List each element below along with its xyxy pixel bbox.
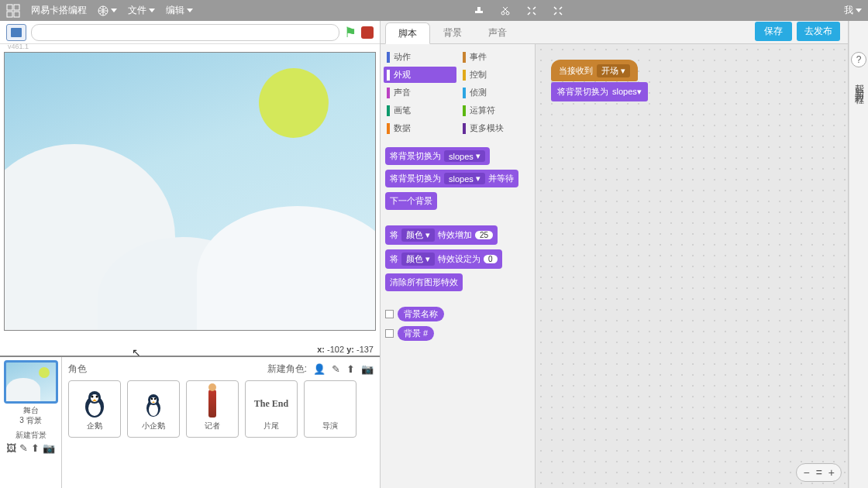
stage-thumb-label: 舞台3 背景 [19, 405, 41, 425]
new-backdrop-label: 新建背景 [16, 430, 46, 441]
scissors-icon[interactable] [499, 5, 512, 17]
cat-operators[interactable]: 运算符 [460, 102, 532, 119]
zoom-controls: − = + [796, 463, 842, 482]
help-sidebar: ? 帮助与教程 [849, 21, 868, 488]
cursor-icon: ↖ [132, 346, 141, 359]
sprite-item-penguin[interactable]: 企鹅 [68, 380, 121, 438]
hat-when-receive[interactable]: 当接收到开场▾ [551, 60, 638, 81]
cat-sound[interactable]: 声音 [384, 84, 456, 101]
svg-point-20 [154, 398, 156, 400]
svg-rect-7 [11, 28, 22, 37]
cat-motion[interactable]: 动作 [384, 49, 456, 65]
svg-point-6 [506, 12, 509, 15]
svg-point-19 [151, 398, 153, 400]
zoom-out-icon[interactable]: − [803, 466, 809, 479]
block-next-backdrop[interactable]: 下一个背景 [385, 192, 437, 210]
globe-icon[interactable] [98, 5, 117, 16]
cat-sensing[interactable]: 侦测 [460, 84, 532, 101]
brand-label[interactable]: 网易卡搭编程 [31, 4, 87, 17]
fullscreen-button[interactable] [6, 24, 26, 41]
tab-sounds[interactable]: 声音 [475, 22, 520, 43]
backdrop-upload-icon[interactable]: ⬆ [31, 442, 40, 454]
menu-edit[interactable]: 编辑 [166, 4, 193, 17]
block-palette: 动作 事件 外观 控制 声音 侦测 画笔 运算符 数据 更多模块 将背景切换为s… [381, 44, 536, 488]
cat-more[interactable]: 更多模块 [460, 120, 532, 136]
cat-pen[interactable]: 画笔 [384, 102, 456, 119]
save-button[interactable]: 保存 [755, 22, 792, 41]
stop-icon[interactable] [361, 26, 374, 39]
script-stack[interactable]: 当接收到开场▾ 将背景切换为slopes▾ [551, 60, 648, 101]
version-label: v461.1 [8, 43, 388, 50]
tab-scripts[interactable]: 脚本 [385, 22, 430, 44]
block-backdrop-num[interactable]: 背景 # [398, 326, 434, 341]
publish-button[interactable]: 去发布 [797, 22, 840, 41]
logo-icon [6, 4, 20, 18]
zoom-reset-icon[interactable]: = [816, 466, 822, 479]
project-title-input[interactable] [31, 24, 339, 41]
help-icon[interactable]: ? [851, 52, 866, 67]
sprite-library-icon[interactable]: 👤 [313, 363, 326, 375]
stage-header: ⚑ [0, 21, 380, 44]
shrink-icon[interactable] [552, 5, 564, 17]
stack-switch-backdrop[interactable]: 将背景切换为slopes▾ [551, 82, 648, 101]
svg-point-16 [149, 404, 158, 416]
sprite-item-ending[interactable]: The End 片尾 [245, 380, 298, 438]
stamp-icon[interactable] [473, 5, 485, 17]
sprite-item-director[interactable]: 导演 [304, 380, 356, 438]
grow-icon[interactable] [525, 5, 538, 17]
cat-events[interactable]: 事件 [460, 49, 532, 65]
help-text[interactable]: 帮助与教程 [852, 77, 866, 92]
svg-rect-0 [7, 5, 12, 10]
cat-control[interactable]: 控制 [460, 67, 532, 83]
sprite-camera-icon[interactable]: 📷 [361, 363, 374, 375]
block-change-effect[interactable]: 将颜色▾特效增加25 [385, 225, 498, 245]
green-flag-icon[interactable]: ⚑ [344, 24, 356, 41]
backdrop-paint-icon[interactable]: ✎ [19, 442, 28, 454]
sprite-paint-icon[interactable]: ✎ [332, 363, 340, 375]
new-sprite-label: 新建角色: [267, 363, 307, 376]
reporter-check-bgnum[interactable] [385, 329, 394, 338]
sprite-item-reporter[interactable]: 记者 [186, 380, 239, 438]
script-canvas[interactable]: 当接收到开场▾ 将背景切换为slopes▾ − = + [536, 44, 848, 488]
svg-rect-1 [14, 5, 19, 10]
zoom-in-icon[interactable]: + [828, 466, 835, 479]
block-switch-backdrop-wait[interactable]: 将背景切换为slopes▾并等待 [385, 170, 518, 187]
svg-rect-3 [14, 12, 19, 17]
block-set-effect[interactable]: 将颜色▾特效设定为0 [385, 249, 502, 269]
block-clear-effects[interactable]: 清除所有图形特效 [385, 273, 463, 291]
backdrop-library-icon[interactable]: 🖼 [6, 442, 16, 454]
stage-canvas[interactable] [4, 52, 376, 331]
mouse-coords: x: -102 y: -137 [317, 345, 374, 354]
sprite-item-small-penguin[interactable]: 小企鹅 [127, 380, 180, 438]
cat-looks[interactable]: 外观 [384, 67, 456, 83]
sprites-title: 角色 [68, 363, 87, 376]
menu-file[interactable]: 文件 [128, 4, 155, 17]
svg-point-13 [96, 396, 98, 398]
sprite-upload-icon[interactable]: ⬆ [346, 363, 355, 375]
reporter-check-bgname[interactable] [385, 310, 394, 318]
menu-user[interactable]: 我 [844, 4, 862, 17]
stage-thumbnail[interactable] [4, 360, 58, 404]
block-backdrop-name[interactable]: 背景名称 [398, 307, 444, 321]
svg-rect-2 [7, 12, 12, 17]
tab-backdrops[interactable]: 背景 [430, 22, 475, 43]
svg-point-5 [501, 12, 505, 15]
cat-data[interactable]: 数据 [384, 120, 456, 136]
svg-point-12 [91, 396, 94, 398]
block-switch-backdrop[interactable]: 将背景切换为slopes▾ [385, 147, 490, 165]
top-menu-bar: 网易卡搭编程 文件 编辑 我 [0, 0, 868, 21]
backdrop-camera-icon[interactable]: 📷 [43, 442, 55, 454]
